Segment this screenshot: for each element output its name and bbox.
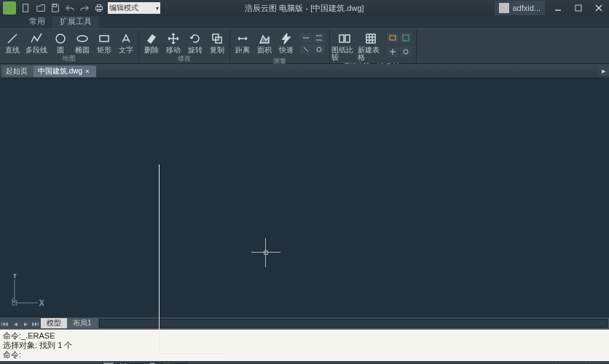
layout-nav-next[interactable]: ▸: [20, 318, 31, 328]
move-icon: [167, 32, 180, 45]
polyline-icon: [30, 32, 43, 45]
mini-c4-icon[interactable]: [400, 47, 412, 57]
layout-tab-layout1[interactable]: 布局1: [67, 318, 98, 328]
ribbon-tab-extend[interactable]: 扩展工具: [52, 15, 99, 28]
ribbon-tabs: 常用 扩展工具: [0, 16, 609, 29]
compare-mini-buttons: [384, 31, 414, 61]
cmd-line-2: 命令:: [3, 350, 606, 360]
layout-tabs: ⏮ ◂ ▸ ⏭ 模型 布局1: [0, 317, 609, 329]
svg-rect-21: [390, 36, 396, 40]
titlebar: 编辑模式▾ 浩辰云图 电脑版 - [中国建筑.dwg] adfxid...: [0, 0, 609, 16]
svg-rect-22: [403, 35, 409, 41]
svg-rect-0: [23, 4, 28, 12]
mini-dim4-icon[interactable]: [313, 44, 325, 55]
tool-copy[interactable]: 复制: [206, 31, 228, 54]
qat-redo-icon[interactable]: [79, 2, 90, 14]
svg-text:X: X: [39, 299, 44, 307]
ribbon-group-compare: 图纸比较 新建表格 图纸比较 XlsTable: [330, 29, 417, 63]
ribbon-group-modify: 删除 移动 旋转 复制 修改: [139, 29, 230, 63]
ribbon-group-measure: 距离 面积 快速 测量: [230, 29, 330, 63]
svg-point-9: [77, 36, 87, 41]
lightning-icon: [280, 32, 293, 45]
rect-icon: [98, 32, 111, 45]
tool-circle[interactable]: 圆: [50, 31, 71, 54]
drawing-canvas[interactable]: YX: [0, 79, 609, 317]
minimize-button[interactable]: [548, 0, 568, 16]
distance-icon: [236, 32, 249, 45]
area-icon: [258, 32, 271, 45]
erase-icon: [145, 32, 158, 45]
svg-rect-15: [345, 35, 350, 42]
tool-compare[interactable]: 图纸比较: [331, 31, 358, 61]
qat-save-icon[interactable]: [50, 2, 61, 14]
mini-c3-icon[interactable]: [387, 47, 398, 57]
ellipse-icon: [76, 32, 89, 45]
svg-point-23: [404, 50, 408, 54]
command-window[interactable]: 命令:_.ERASE 选择对象: 找到 1 个 命令:: [0, 329, 609, 361]
tool-erase[interactable]: 删除: [141, 31, 162, 54]
qat-open-icon[interactable]: [35, 2, 47, 14]
user-icon: [499, 3, 509, 13]
ribbon-group-draw: 直线 多段线 圆 椭圆 矩形 文字 绘图: [0, 29, 139, 63]
mini-c2-icon[interactable]: [400, 33, 412, 43]
edit-mode-selector[interactable]: 编辑模式▾: [108, 2, 160, 14]
qat-new-icon[interactable]: [20, 2, 32, 14]
tool-quick[interactable]: 快速: [275, 31, 297, 57]
maximize-button[interactable]: [568, 0, 589, 16]
window-title: 浩辰云图 电脑版 - [中国建筑.dwg]: [245, 3, 364, 14]
rotate-icon: [189, 32, 202, 45]
ribbon-tab-common[interactable]: 常用: [22, 15, 52, 28]
tool-polyline[interactable]: 多段线: [23, 31, 50, 54]
mini-dim2-icon[interactable]: [313, 33, 325, 43]
svg-rect-26: [12, 301, 17, 305]
svg-text:Y: Y: [12, 274, 17, 280]
table-icon: [364, 32, 377, 45]
layout-nav-prev[interactable]: ◂: [10, 318, 20, 328]
svg-rect-14: [339, 35, 344, 42]
file-tab-home[interactable]: 起始页: [1, 66, 35, 77]
line-icon: [6, 32, 19, 45]
ribbon: 直线 多段线 圆 椭圆 矩形 文字 绘图 删除 移动 旋转 复制 修改 距离 面…: [0, 29, 609, 64]
tool-line[interactable]: 直线: [1, 31, 23, 54]
crosshair-box: [264, 250, 268, 255]
mini-dim3-icon[interactable]: [300, 44, 312, 55]
group-label-modify: 修改: [141, 54, 228, 65]
cmd-line-1: 选择对象: 找到 1 个: [3, 341, 606, 350]
text-icon: [119, 32, 133, 45]
file-tabs: 起始页 中国建筑.dwg× ▸: [0, 64, 609, 79]
layout-tab-model[interactable]: 模型: [41, 318, 67, 328]
tool-move[interactable]: 移动: [162, 31, 184, 54]
svg-rect-16: [366, 34, 375, 43]
tool-distance[interactable]: 距离: [232, 31, 254, 57]
close-tab-icon[interactable]: ×: [85, 68, 89, 75]
tool-area[interactable]: 面积: [254, 31, 275, 57]
app-icon: [3, 1, 16, 15]
qat-print-icon[interactable]: [93, 2, 105, 14]
tool-rotate[interactable]: 旋转: [184, 31, 206, 54]
file-tab-current[interactable]: 中国建筑.dwg×: [34, 66, 96, 77]
status-bar: -130024, -234201, 0 浩辰云图 电脑版: [0, 361, 609, 364]
mini-c1-icon[interactable]: [387, 33, 398, 43]
svg-rect-6: [575, 5, 581, 11]
quick-access-toolbar: [20, 2, 105, 14]
tool-newtable[interactable]: 新建表格: [358, 31, 384, 61]
svg-point-8: [56, 34, 65, 43]
circle-icon: [54, 32, 67, 45]
svg-rect-3: [97, 5, 101, 7]
tool-rect[interactable]: 矩形: [93, 31, 115, 54]
copy-icon: [211, 32, 224, 45]
svg-rect-10: [100, 36, 109, 41]
layout-nav-last[interactable]: ⏭: [31, 318, 41, 328]
layout-nav-first[interactable]: ⏮: [0, 318, 10, 328]
cmd-line-0: 命令:_.ERASE: [3, 331, 606, 341]
close-button[interactable]: [589, 0, 609, 16]
user-area[interactable]: adfxid...: [495, 1, 545, 15]
ucs-icon: YX: [7, 274, 44, 312]
tool-text[interactable]: 文字: [115, 31, 137, 54]
tool-ellipse[interactable]: 椭圆: [71, 31, 93, 54]
tab-scroll-icon[interactable]: ▸: [599, 66, 609, 76]
svg-line-7: [8, 34, 17, 43]
mini-dim1-icon[interactable]: [300, 33, 312, 43]
qat-undo-icon[interactable]: [64, 2, 76, 14]
group-label-draw: 绘图: [1, 54, 137, 65]
